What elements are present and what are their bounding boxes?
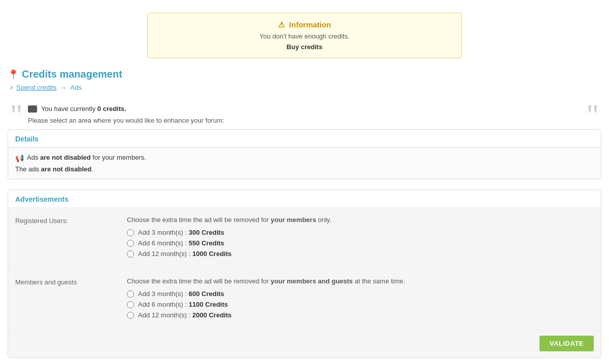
radio-label-reg-3: Add 3 month(s) : 300 Credits: [138, 229, 224, 236]
radio-input-guest-12[interactable]: [127, 312, 134, 319]
breadcrumb-spend-credits[interactable]: Spend credits: [16, 84, 57, 91]
warning-icon: ⚠: [278, 20, 285, 29]
content-area: " " You have currently 0 credits. Please…: [8, 95, 601, 129]
validate-row: VALIDATE: [8, 331, 601, 357]
radio-label-reg-6: Add 6 month(s) : 550 Credits: [138, 239, 224, 247]
quote-left-decoration: ": [10, 100, 23, 130]
megaphone-icon: 📢: [15, 154, 24, 162]
details-section: Details 📢 Ads are not disabled for your …: [8, 129, 601, 179]
registered-intro-text: Choose the extra time the ad will be rem…: [127, 216, 594, 224]
advertisements-section-title: Advertisements: [8, 190, 601, 208]
credit-info: You have currently 0 credits.: [28, 105, 581, 113]
radio-input-reg-3[interactable]: [127, 229, 134, 236]
radio-input-guest-3[interactable]: [127, 290, 134, 298]
members-guests-options: Choose the extra time the ad will be rem…: [127, 277, 594, 322]
credit-icon: [28, 105, 37, 113]
buy-credits-link[interactable]: Buy credits: [287, 43, 323, 51]
radio-label-guest-6: Add 6 month(s) : 1100 Credits: [138, 301, 228, 308]
radio-guest-12months[interactable]: Add 12 month(s) : 2000 Credits: [127, 311, 594, 319]
radio-input-reg-6[interactable]: [127, 240, 134, 247]
radio-input-guest-6[interactable]: [127, 301, 134, 308]
registered-users-options: Choose the extra time the ad will be rem…: [127, 216, 594, 261]
members-guests-row: Members and guests Choose the extra time…: [8, 269, 601, 331]
pin-icon: 📍: [8, 69, 19, 80]
page-header: 📍 Credits management > Spend credits → A…: [8, 68, 601, 92]
banner-message: You don't have enough credits.: [158, 32, 451, 40]
advertisements-body: Registered Users: Choose the extra time …: [8, 208, 601, 357]
radio-input-reg-12[interactable]: [127, 250, 134, 258]
radio-label-guest-12: Add 12 month(s) : 2000 Credits: [138, 311, 231, 319]
radio-reg-3months[interactable]: Add 3 month(s) : 300 Credits: [127, 229, 594, 236]
chevron-icon: >: [10, 84, 13, 91]
detail-row-1: 📢 Ads are not disabled for your members.: [15, 154, 594, 162]
page-title: 📍 Credits management: [8, 68, 601, 80]
radio-label-reg-12: Add 12 month(s) : 1000 Credits: [138, 250, 231, 258]
radio-guest-3months[interactable]: Add 3 month(s) : 600 Credits: [127, 290, 594, 298]
radio-guest-6months[interactable]: Add 6 month(s) : 1100 Credits: [127, 301, 594, 308]
detail-text-1: Ads are not disabled for your members.: [27, 154, 146, 161]
validate-button[interactable]: VALIDATE: [539, 336, 594, 351]
advertisements-section: Advertisements Registered Users: Choose …: [8, 190, 601, 358]
credit-info-text: You have currently 0 credits.: [41, 105, 126, 113]
guests-intro-text: Choose the extra time the ad will be rem…: [127, 277, 594, 285]
breadcrumb: > Spend credits → Ads: [10, 83, 601, 92]
members-guests-label: Members and guests: [15, 277, 117, 286]
breadcrumb-ads: Ads: [71, 84, 82, 91]
banner-title: ⚠ Information: [158, 20, 451, 29]
info-banner: ⚠ Information You don't have enough cred…: [147, 13, 462, 58]
registered-users-row: Registered Users: Choose the extra time …: [8, 208, 601, 269]
breadcrumb-arrow: →: [60, 83, 67, 92]
radio-reg-12months[interactable]: Add 12 month(s) : 1000 Credits: [127, 250, 594, 258]
quote-right-decoration: ": [587, 100, 599, 130]
radio-label-guest-3: Add 3 month(s) : 600 Credits: [138, 290, 224, 298]
registered-users-label: Registered Users:: [15, 216, 117, 225]
details-section-title: Details: [8, 130, 601, 148]
please-select-text: Please select an area where you would li…: [28, 117, 581, 124]
radio-reg-6months[interactable]: Add 6 month(s) : 550 Credits: [127, 239, 594, 247]
details-section-body: 📢 Ads are not disabled for your members.…: [8, 148, 601, 179]
detail-text-2: The ads are not disabled.: [15, 165, 594, 173]
